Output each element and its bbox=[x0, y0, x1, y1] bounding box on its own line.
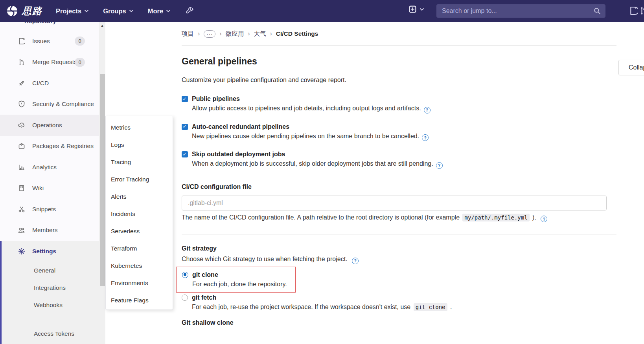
app-logo-icon[interactable] bbox=[6, 5, 18, 17]
merge-requests-count-badge: 0 bbox=[75, 58, 85, 67]
setting-row-skip-outdated: Skip outdated deployment jobs When a dep… bbox=[182, 149, 607, 169]
chevron-down-icon bbox=[129, 9, 134, 13]
page-title: General pipelines bbox=[182, 56, 607, 67]
help-icon[interactable] bbox=[352, 258, 359, 264]
git-fetch-option: git fetch For each job, re-use the proje… bbox=[182, 293, 607, 311]
flyout-item-label: Incidents bbox=[111, 210, 135, 218]
global-search bbox=[436, 4, 605, 18]
divider bbox=[182, 45, 616, 46]
new-item-menu[interactable] bbox=[409, 5, 424, 13]
sidebar-item-analytics[interactable]: Analytics bbox=[0, 157, 99, 178]
help-icon[interactable] bbox=[436, 162, 443, 169]
flyout-item-feature-flags[interactable]: Feature Flags bbox=[106, 292, 173, 309]
breadcrumb-separator-icon bbox=[266, 30, 276, 37]
nav-menu-projects[interactable]: Projects bbox=[56, 7, 89, 15]
nav-menu-groups[interactable]: Groups bbox=[103, 7, 134, 15]
sidebar-subitem-partial-bottom[interactable]: Access Tokens bbox=[2, 330, 105, 336]
breadcrumb-separator-icon bbox=[244, 30, 254, 37]
flyout-item-terraform[interactable]: Terraform bbox=[106, 240, 173, 257]
sidebar-item-settings[interactable]: Settings bbox=[2, 241, 99, 262]
operations-flyout-menu: Metrics Logs Tracing Error Tracking Aler… bbox=[105, 116, 173, 310]
sidebar-scrollbar[interactable] bbox=[99, 22, 105, 344]
radio-label[interactable]: git clone bbox=[192, 271, 218, 278]
sidebar-scrollbar-thumb[interactable] bbox=[100, 74, 105, 286]
nav-menu-label: More bbox=[148, 7, 163, 15]
radio-description-text: For each job, re-use the project workspa… bbox=[192, 304, 410, 310]
setting-label[interactable]: Public pipelines bbox=[192, 95, 240, 102]
code-chip: my/path/.myfile.yml bbox=[462, 214, 529, 221]
flyout-item-logs[interactable]: Logs bbox=[106, 136, 173, 154]
sidebar-subitem-integrations[interactable]: Integrations bbox=[2, 279, 105, 296]
breadcrumb-link-group[interactable]: 微应用 bbox=[226, 30, 244, 38]
sidebar-item-members[interactable]: Members bbox=[0, 220, 99, 241]
flyout-item-tracing[interactable]: Tracing bbox=[106, 154, 173, 171]
git-clone-option: git clone For each job, clone the reposi… bbox=[182, 270, 289, 288]
search-icon[interactable] bbox=[594, 7, 601, 15]
flyout-item-incidents[interactable]: Incidents bbox=[106, 205, 173, 223]
brand-title[interactable]: 思路 bbox=[22, 5, 42, 17]
setting-description-text: New pipelines cause older pending pipeli… bbox=[192, 133, 419, 139]
flyout-item-alerts[interactable]: Alerts bbox=[106, 188, 173, 205]
setting-description-text: When a deployment job is successful, ski… bbox=[192, 160, 433, 167]
flyout-item-label: Logs bbox=[111, 141, 124, 148]
skip-outdated-checkbox[interactable] bbox=[182, 151, 188, 157]
git-clone-radio[interactable] bbox=[182, 272, 188, 278]
chevron-down-icon bbox=[420, 7, 424, 12]
plus-square-icon bbox=[409, 5, 416, 13]
merge-request-nav-icon[interactable] bbox=[639, 6, 644, 17]
flyout-item-metrics[interactable]: Metrics bbox=[106, 119, 173, 136]
config-file-label: CI/CD configuration file bbox=[182, 183, 607, 190]
setting-label[interactable]: Auto-cancel redundant pipelines bbox=[192, 123, 289, 130]
flyout-item-kubernetes[interactable]: Kubernetes bbox=[106, 257, 173, 274]
page-subtitle: Customize your pipeline configuration an… bbox=[182, 77, 607, 84]
sidebar-subitem-webhooks[interactable]: Webhooks bbox=[2, 296, 105, 314]
sidebar-item-merge-requests[interactable]: Merge Requests 0 bbox=[0, 52, 99, 73]
breadcrumb-link-project[interactable]: 大气 bbox=[254, 30, 266, 38]
sidebar-item-packages-registries[interactable]: Packages & Registries bbox=[0, 136, 99, 157]
sidebar-item-snippets[interactable]: Snippets bbox=[0, 199, 99, 220]
sidebar-item-wiki[interactable]: Wiki bbox=[0, 178, 99, 199]
sidebar-item-label: Operations bbox=[32, 122, 62, 129]
setting-row-auto-cancel: Auto-cancel redundant pipelines New pipe… bbox=[182, 122, 607, 141]
breadcrumb: 项目 ··· 微应用 大气 CI/CD Settings bbox=[182, 29, 607, 38]
flyout-item-error-tracking[interactable]: Error Tracking bbox=[106, 171, 173, 188]
sidebar-subitem-general[interactable]: General bbox=[2, 262, 105, 279]
auto-cancel-checkbox[interactable] bbox=[182, 124, 188, 130]
collapse-button[interactable]: Collapse bbox=[618, 60, 644, 75]
sidebar-item-partial-top[interactable]: Repository bbox=[0, 22, 105, 31]
sidebar-item-operations[interactable]: Operations bbox=[0, 115, 99, 136]
setting-label[interactable]: Skip outdated deployment jobs bbox=[192, 151, 285, 158]
git-fetch-radio[interactable] bbox=[182, 295, 188, 301]
breadcrumb-ellipsis-button[interactable]: ··· bbox=[204, 30, 215, 38]
project-sidebar: Repository Issues 0 Merge Requests 0 CI/ bbox=[0, 22, 105, 344]
wiki-book-icon bbox=[18, 185, 25, 192]
issues-icon bbox=[18, 38, 25, 45]
breadcrumb-link-projects[interactable]: 项目 bbox=[182, 30, 194, 38]
merge-request-icon bbox=[18, 59, 25, 66]
sidebar-settings-section: Settings General Integrations Webhooks A… bbox=[0, 241, 105, 344]
flyout-item-label: Feature Flags bbox=[111, 297, 149, 304]
sidebar-item-cicd[interactable]: CI/CD bbox=[0, 73, 99, 94]
sidebar-item-issues[interactable]: Issues 0 bbox=[0, 31, 99, 52]
help-icon[interactable] bbox=[422, 134, 429, 141]
issues-nav-icon[interactable] bbox=[629, 6, 638, 17]
radio-label[interactable]: git fetch bbox=[192, 294, 216, 301]
flyout-item-label: Kubernetes bbox=[111, 262, 142, 269]
sidebar-item-label: CI/CD bbox=[32, 80, 49, 87]
flyout-item-serverless[interactable]: Serverless bbox=[106, 223, 173, 240]
sidebar-item-label: Packages & Registries bbox=[32, 143, 94, 150]
nav-menu-more[interactable]: More bbox=[148, 7, 171, 15]
main-content: 项目 ··· 微应用 大气 CI/CD Settings General pip… bbox=[182, 22, 607, 326]
help-icon[interactable] bbox=[541, 216, 547, 222]
config-file-input[interactable] bbox=[182, 196, 607, 210]
flyout-item-environments[interactable]: Environments bbox=[106, 274, 173, 292]
sidebar-subitem-label: Integrations bbox=[34, 284, 66, 291]
search-input[interactable] bbox=[442, 4, 587, 18]
help-icon[interactable] bbox=[424, 107, 431, 113]
issues-count-badge: 0 bbox=[75, 37, 85, 46]
scroll-up-icon[interactable] bbox=[100, 24, 105, 29]
public-pipelines-checkbox[interactable] bbox=[182, 96, 188, 102]
admin-wrench-icon[interactable] bbox=[186, 7, 193, 15]
sidebar-item-security-compliance[interactable]: Security & Compliance bbox=[0, 94, 99, 115]
git-strategy-description-text: Choose which Git strategy to use when fe… bbox=[182, 256, 348, 262]
